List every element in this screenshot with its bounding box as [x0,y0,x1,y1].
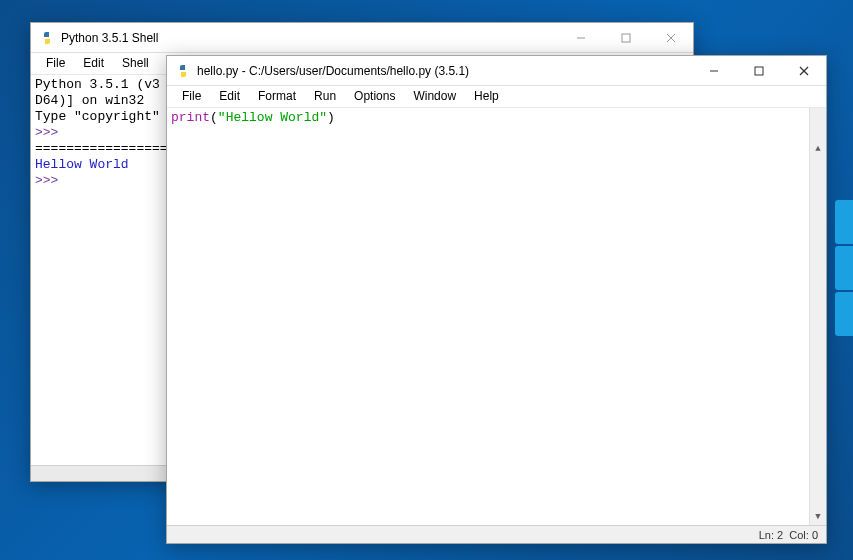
shell-banner-line3: Type "copyright" [35,109,160,124]
shell-prompt: >>> [35,125,66,140]
python-icon [175,63,191,79]
editor-title-text: hello.py - C:/Users/user/Documents/hello… [197,64,691,78]
maximize-button[interactable] [736,56,781,85]
taskbar-tile[interactable] [835,246,853,290]
menu-format[interactable]: Format [249,86,305,107]
svg-rect-1 [622,34,630,42]
editor-titlebar[interactable]: hello.py - C:/Users/user/Documents/hello… [167,56,826,86]
menu-options[interactable]: Options [345,86,404,107]
status-ln-value: 2 [777,529,783,541]
editor-content[interactable]: print("Hellow World") ▲ ▼ [167,108,826,525]
shell-banner-line2: D64)] on win32 [35,93,144,108]
code-str: "Hellow World" [218,110,327,125]
menu-run[interactable]: Run [305,86,345,107]
scroll-up-icon[interactable]: ▲ [810,140,826,157]
taskbar-tile[interactable] [835,292,853,336]
menu-edit[interactable]: Edit [74,53,113,74]
editor-menubar: File Edit Format Run Options Window Help [167,86,826,108]
code-paren-open: ( [210,110,218,125]
taskbar-edge [835,200,853,560]
close-button[interactable] [781,56,826,85]
shell-output: Hellow World [35,157,129,172]
menu-file[interactable]: File [173,86,210,107]
shell-prompt: >>> [35,173,66,188]
close-button[interactable] [648,23,693,52]
python-icon [39,30,55,46]
shell-title-text: Python 3.5.1 Shell [61,31,558,45]
editor-window: hello.py - C:/Users/user/Documents/hello… [166,55,827,544]
code-fn: print [171,110,210,125]
menu-edit[interactable]: Edit [210,86,249,107]
shell-banner-line1: Python 3.5.1 (v3 [35,77,160,92]
svg-rect-5 [755,67,763,75]
code-paren-close: ) [327,110,335,125]
minimize-button[interactable] [558,23,603,52]
menu-shell[interactable]: Shell [113,53,158,74]
status-ln-label: Ln: [759,529,774,541]
shell-titlebar[interactable]: Python 3.5.1 Shell [31,23,693,53]
vertical-scrollbar[interactable]: ▲ ▼ [809,108,826,525]
scroll-down-icon[interactable]: ▼ [810,508,826,525]
menu-help[interactable]: Help [465,86,508,107]
status-col-label: Col: [789,529,809,541]
maximize-button[interactable] [603,23,648,52]
taskbar-tile[interactable] [835,200,853,244]
editor-statusbar: Ln: 2 Col: 0 [167,525,826,543]
menu-file[interactable]: File [37,53,74,74]
menu-window[interactable]: Window [404,86,465,107]
editor-window-controls [691,56,826,85]
minimize-button[interactable] [691,56,736,85]
shell-window-controls [558,23,693,52]
status-col-value: 0 [812,529,818,541]
